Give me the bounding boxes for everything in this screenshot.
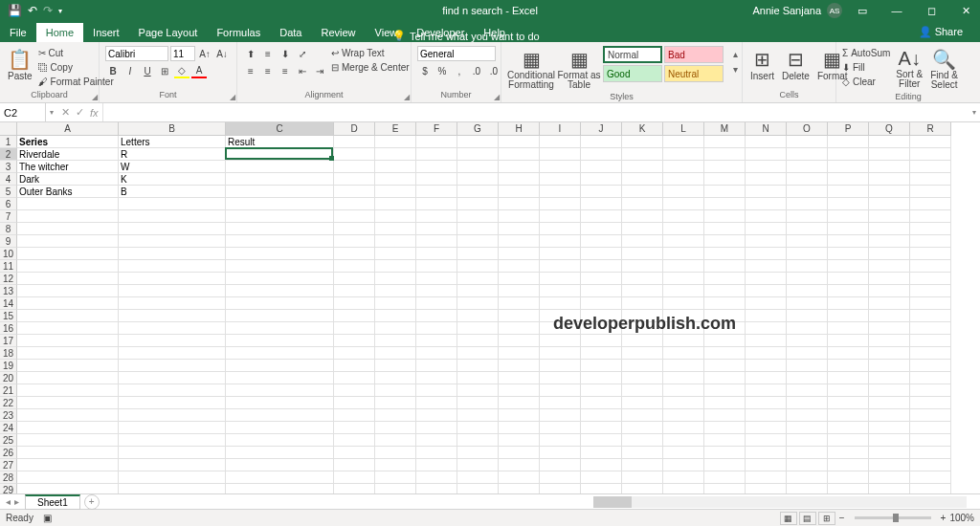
cell-K21[interactable]	[622, 384, 663, 397]
cell-F2[interactable]	[416, 148, 457, 161]
cell-F7[interactable]	[416, 210, 457, 223]
cell-J13[interactable]	[581, 285, 622, 297]
cell-I16[interactable]	[540, 322, 581, 335]
row-header-11[interactable]: 11	[0, 260, 17, 273]
cell-G11[interactable]	[457, 260, 499, 273]
cell-P22[interactable]	[828, 397, 869, 409]
cell-E7[interactable]	[375, 210, 416, 223]
cell-O13[interactable]	[787, 285, 828, 297]
cell-L3[interactable]	[663, 161, 704, 173]
cell-H20[interactable]	[499, 372, 540, 384]
row-header-29[interactable]: 29	[0, 484, 17, 493]
cell-J8[interactable]	[581, 223, 622, 235]
cell-O12[interactable]	[787, 273, 828, 285]
user-avatar[interactable]: AS	[827, 3, 842, 18]
cell-M19[interactable]	[704, 360, 746, 372]
cell-R21[interactable]	[910, 384, 951, 397]
cell-L6[interactable]	[663, 198, 704, 210]
cell-H3[interactable]	[499, 161, 540, 173]
cell-E29[interactable]	[375, 484, 416, 493]
col-header-B[interactable]: B	[119, 122, 226, 136]
cell-I18[interactable]	[540, 347, 581, 360]
cell-A28[interactable]	[17, 471, 119, 484]
row-header-7[interactable]: 7	[0, 210, 17, 223]
cell-G20[interactable]	[457, 372, 499, 384]
cell-I12[interactable]	[540, 273, 581, 285]
horizontal-scrollbar[interactable]	[593, 496, 967, 508]
cell-K15[interactable]	[622, 310, 663, 322]
cell-O3[interactable]	[787, 161, 828, 173]
cell-B28[interactable]	[119, 471, 226, 484]
ribbon-options-icon[interactable]: ▭	[848, 0, 877, 21]
row-header-9[interactable]: 9	[0, 235, 17, 248]
cell-D4[interactable]	[334, 173, 375, 186]
cell-E13[interactable]	[375, 285, 416, 297]
cell-D26[interactable]	[334, 447, 375, 459]
row-header-14[interactable]: 14	[0, 297, 17, 310]
cell-P11[interactable]	[828, 260, 869, 273]
cell-K20[interactable]	[622, 372, 663, 384]
col-header-A[interactable]: A	[17, 122, 119, 136]
cell-H13[interactable]	[499, 285, 540, 297]
cell-A15[interactable]	[17, 310, 119, 322]
cell-O24[interactable]	[787, 422, 828, 434]
cell-I10[interactable]	[540, 248, 581, 260]
grow-font-icon[interactable]: A↑	[197, 46, 212, 61]
cell-D7[interactable]	[334, 210, 375, 223]
cell-B8[interactable]	[119, 223, 226, 235]
cell-P28[interactable]	[828, 471, 869, 484]
font-color-button[interactable]: A	[191, 63, 207, 78]
cell-N28[interactable]	[746, 471, 787, 484]
cell-H18[interactable]	[499, 347, 540, 360]
cell-E11[interactable]	[375, 260, 416, 273]
col-header-O[interactable]: O	[787, 122, 828, 136]
cell-J20[interactable]	[581, 372, 622, 384]
cell-F12[interactable]	[416, 273, 457, 285]
cell-C4[interactable]	[226, 173, 334, 186]
cell-N14[interactable]	[746, 297, 787, 310]
cell-N27[interactable]	[746, 459, 787, 471]
cell-F6[interactable]	[416, 198, 457, 210]
cell-Q29[interactable]	[869, 484, 910, 493]
dec-decimal-icon[interactable]: .0	[486, 63, 501, 78]
cell-I20[interactable]	[540, 372, 581, 384]
cell-N21[interactable]	[746, 384, 787, 397]
cell-J9[interactable]	[581, 235, 622, 248]
cell-M1[interactable]	[704, 136, 746, 148]
cell-H29[interactable]	[499, 484, 540, 493]
cell-G9[interactable]	[457, 235, 499, 248]
cell-J25[interactable]	[581, 434, 622, 447]
cell-L1[interactable]	[663, 136, 704, 148]
cell-A23[interactable]	[17, 409, 119, 422]
cell-I22[interactable]	[540, 397, 581, 409]
cell-L15[interactable]	[663, 310, 704, 322]
cell-Q9[interactable]	[869, 235, 910, 248]
cell-P4[interactable]	[828, 173, 869, 186]
redo-icon[interactable]: ↷	[43, 4, 53, 17]
cell-L14[interactable]	[663, 297, 704, 310]
cell-A27[interactable]	[17, 459, 119, 471]
cell-C18[interactable]	[226, 347, 334, 360]
cell-J27[interactable]	[581, 459, 622, 471]
cell-J29[interactable]	[581, 484, 622, 493]
cell-R20[interactable]	[910, 372, 951, 384]
cell-N13[interactable]	[746, 285, 787, 297]
cell-B3[interactable]: W	[119, 161, 226, 173]
cell-I6[interactable]	[540, 198, 581, 210]
cell-J22[interactable]	[581, 397, 622, 409]
row-header-27[interactable]: 27	[0, 459, 17, 471]
align-right-icon[interactable]: ≡	[278, 63, 293, 78]
cell-R2[interactable]	[910, 148, 951, 161]
cell-Q7[interactable]	[869, 210, 910, 223]
cell-C17[interactable]	[226, 335, 334, 347]
cell-O2[interactable]	[787, 148, 828, 161]
cell-B5[interactable]: B	[119, 186, 226, 198]
cell-G4[interactable]	[457, 173, 499, 186]
cell-R16[interactable]	[910, 322, 951, 335]
cell-I7[interactable]	[540, 210, 581, 223]
cell-O26[interactable]	[787, 447, 828, 459]
col-header-R[interactable]: R	[910, 122, 951, 136]
col-header-J[interactable]: J	[581, 122, 622, 136]
cell-C20[interactable]	[226, 372, 334, 384]
cell-A24[interactable]	[17, 422, 119, 434]
